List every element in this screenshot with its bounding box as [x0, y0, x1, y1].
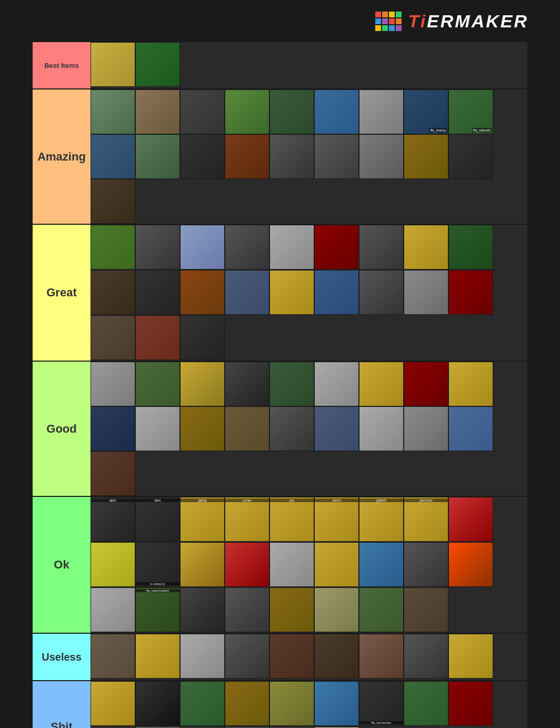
- list-item: [448, 406, 493, 451]
- tier-row-amazing: Amazing ffa_towny ffa_islands: [33, 89, 527, 225]
- list-item: [314, 134, 359, 179]
- list-item: [269, 225, 314, 270]
- list-item: [225, 587, 269, 632]
- list-item: [225, 134, 269, 179]
- list-item: [404, 406, 448, 451]
- logo-grid-icon: [375, 12, 402, 31]
- list-item: [91, 451, 135, 496]
- list-item: [225, 681, 269, 726]
- list-item: ben: [135, 497, 180, 542]
- list-item: [135, 315, 180, 360]
- list-item: [269, 634, 314, 679]
- tier-label-great: Great: [33, 225, 91, 361]
- list-item: [448, 362, 493, 406]
- tier-items-amazing: ffa_towny ffa_islands: [91, 89, 527, 224]
- list-item: [180, 315, 225, 360]
- list-item: [91, 270, 135, 315]
- list-item: [359, 634, 404, 679]
- list-item: ffa_towny: [404, 89, 448, 134]
- list-item: [448, 681, 493, 726]
- list-item: [91, 587, 135, 632]
- list-item: [91, 134, 135, 179]
- list-item: [91, 89, 135, 134]
- list-item: ffa_islands: [448, 89, 493, 134]
- tier-list: Best Items Amazing ffa_towny: [33, 42, 527, 728]
- list-item: alec: [91, 497, 135, 542]
- list-item: [225, 542, 269, 587]
- tier-items-good: [91, 362, 527, 496]
- list-item: [314, 587, 359, 632]
- list-item: [225, 270, 269, 315]
- list-item: [404, 681, 448, 726]
- list-item: [91, 42, 135, 87]
- list-item: [91, 315, 135, 360]
- list-item: [269, 406, 314, 451]
- list-item: [180, 681, 225, 726]
- list-item: [91, 225, 135, 270]
- list-item: [404, 225, 448, 270]
- list-item: [180, 587, 225, 632]
- list-item: [448, 542, 493, 587]
- list-item: [404, 134, 448, 179]
- list-item: [269, 587, 314, 632]
- list-item: [135, 270, 180, 315]
- list-item: [314, 634, 359, 679]
- list-item: [314, 406, 359, 451]
- tier-row-useless: Useless: [33, 634, 527, 681]
- tier-items-useless: [91, 634, 527, 680]
- list-item: [448, 497, 493, 542]
- list-item: [359, 134, 404, 179]
- tier-items-ok: alec ben jakey coner joe stevn g: [91, 497, 527, 633]
- list-item: [91, 179, 135, 224]
- list-item: [404, 542, 448, 587]
- tier-label-good: Good: [33, 362, 91, 496]
- header: TiERMAKER: [0, 0, 560, 42]
- tier-label-best: Best Items: [33, 42, 91, 88]
- list-item: [314, 681, 359, 726]
- tier-row-ok: Ok alec ben jakey coner joe: [33, 497, 527, 634]
- list-item: [180, 406, 225, 451]
- list-item: [135, 681, 180, 726]
- list-item: [91, 406, 135, 451]
- tiermaker-logo: TiERMAKER: [375, 11, 528, 32]
- tier-label-amazing: Amazing: [33, 89, 91, 224]
- list-item: [135, 362, 180, 406]
- list-item: [91, 634, 135, 679]
- tier-row-great: Great: [33, 225, 527, 362]
- tier-items-shit: ffa_incinerator: [91, 681, 527, 728]
- list-item: [180, 542, 225, 587]
- list-item: jaecrew: [404, 497, 448, 542]
- list-item: [314, 362, 359, 406]
- list-item: [91, 362, 135, 406]
- list-item: [359, 406, 404, 451]
- list-item: [225, 225, 269, 270]
- list-item: [269, 542, 314, 587]
- list-item: [225, 634, 269, 679]
- list-item: [269, 362, 314, 406]
- list-item: [314, 225, 359, 270]
- list-item: [180, 89, 225, 134]
- list-item: [448, 225, 493, 270]
- tier-items-great: [91, 225, 527, 361]
- list-item: [135, 634, 180, 679]
- list-item: [404, 362, 448, 406]
- list-item: jakey: [180, 497, 225, 542]
- tier-label-useless: Useless: [33, 634, 91, 680]
- list-item: [404, 634, 448, 679]
- list-item: [180, 225, 225, 270]
- list-item: [448, 270, 493, 315]
- list-item: [269, 134, 314, 179]
- list-item: [180, 634, 225, 679]
- logo-text: TiERMAKER: [408, 11, 528, 32]
- list-item: [269, 681, 314, 726]
- list-item: [314, 89, 359, 134]
- list-item: [448, 134, 493, 179]
- list-item: [135, 134, 180, 179]
- list-item: [225, 89, 269, 134]
- list-item: [225, 362, 269, 406]
- list-item: [314, 270, 359, 315]
- list-item: [359, 89, 404, 134]
- list-item: [135, 406, 180, 451]
- list-item: [180, 134, 225, 179]
- list-item: [225, 406, 269, 451]
